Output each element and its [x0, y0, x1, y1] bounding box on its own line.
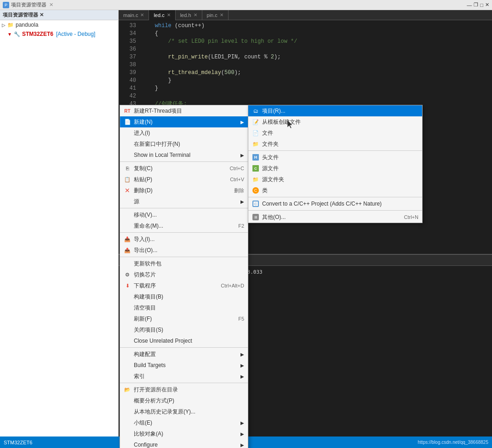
template-icon: 📝 — [252, 118, 259, 126]
tab-bar: main.c ✕ led.c ✕ led.h ✕ pin.c ✕ — [119, 10, 492, 20]
tree-item-panduola[interactable]: ▷ 📁 panduola — [0, 20, 118, 29]
submenu-item-from-template[interactable]: 📝 从模板创建文件 — [248, 116, 422, 127]
menu-item-source[interactable]: 源 ▶ — [120, 196, 248, 207]
build-config-icon — [124, 350, 131, 358]
code-line-36: 36 — [119, 46, 492, 53]
tab-pin-c-close[interactable]: ✕ — [220, 12, 223, 17]
code-line-38: 38 — [119, 61, 492, 69]
convert-icon: C — [252, 200, 259, 207]
copy-icon: ⎘ — [124, 165, 131, 172]
menu-item-clean[interactable]: 清空项目 — [120, 302, 248, 313]
source-file-icon: C — [252, 165, 259, 172]
paste-icon: 📋 — [124, 176, 131, 183]
menu-item-show-local-terminal[interactable]: Show in Local Terminal ▶ — [120, 149, 248, 161]
tab-main-c-close[interactable]: ✕ — [140, 12, 144, 17]
code-line-39: 39 rt_thread_mdelay(500); — [119, 69, 492, 77]
menu-item-configure[interactable]: Configure ▶ — [120, 439, 248, 448]
open-folder-icon: 📂 — [124, 386, 131, 393]
submenu-sep-3 — [248, 210, 422, 211]
menu-item-close-project[interactable]: 关闭项目(S) — [120, 324, 248, 335]
submenu-item-source-file[interactable]: C 源文件 — [248, 163, 422, 174]
title-bar-close[interactable]: ✕ — [49, 2, 53, 8]
submenu-item-project[interactable]: 🗂 项目(R)... — [248, 105, 422, 116]
menu-item-move[interactable]: 移动(V)... — [120, 209, 248, 220]
menu-item-compare[interactable]: 比较对象(A) ▶ — [120, 428, 248, 439]
submenu-item-class[interactable]: C 类 — [248, 185, 422, 196]
tab-main-c[interactable]: main.c ✕ — [119, 10, 149, 20]
submenu-item-file[interactable]: 📄 文件 — [248, 127, 422, 138]
tab-led-c[interactable]: led.c ✕ — [149, 10, 175, 20]
menu-item-team[interactable]: 小组(E) ▶ — [120, 417, 248, 428]
submenu-item-folder[interactable]: 📁 文件夹 — [248, 138, 422, 149]
menu-sep-3 — [120, 232, 248, 233]
tab-led-h-close[interactable]: ✕ — [194, 12, 197, 17]
menu-item-paste[interactable]: 📋 粘贴(P) Ctrl+V — [120, 174, 248, 185]
submenu-item-other[interactable]: ⊞ 其他(O)... Ctrl+N — [248, 212, 422, 223]
menu-item-refresh[interactable]: 刷新(F) F5 — [120, 313, 248, 324]
menu-item-index[interactable]: 索引 ▶ — [120, 371, 248, 382]
menu-item-restore-local[interactable]: 从本地历史记录复原(Y)... — [120, 406, 248, 417]
submenu-sep-1 — [248, 150, 422, 151]
menu-item-close-unrelated[interactable]: Close Unrelated Project — [120, 335, 248, 346]
open-window-icon — [124, 140, 131, 148]
menu-item-update-packages[interactable]: 更新软件包 — [120, 258, 248, 269]
context-menu[interactable]: RT 新建RT-Thread项目 📄 新建(N) ▶ 进入(I) 在新窗口中打开… — [120, 105, 248, 448]
submenu-item-convert[interactable]: C Convert to a C/C++ Project (Adds C/C++… — [248, 198, 422, 209]
menu-item-import[interactable]: 📥 导入(I)... — [120, 234, 248, 245]
sidebar-title: 项目资源管理器 ✕ — [0, 10, 118, 20]
close-project-icon — [124, 326, 131, 333]
menu-item-enter[interactable]: 进入(I) — [120, 127, 248, 138]
menu-item-summary-analysis[interactable]: 概要分析方式(P) — [120, 395, 248, 406]
submenu-new[interactable]: 🗂 项目(R)... 📝 从模板创建文件 📄 文件 📁 文件夹 H 头文件 C — [248, 105, 423, 223]
submenu-item-header-file[interactable]: H 头文件 — [248, 152, 422, 163]
tab-led-h[interactable]: led.h ✕ — [176, 10, 202, 20]
menu-item-rename[interactable]: 重命名(M)... F2 — [120, 220, 248, 231]
close-unrelated-icon — [124, 337, 131, 345]
index-icon — [124, 373, 131, 380]
submenu-sep-2 — [248, 197, 422, 197]
status-bar-url: https://blog.csdn.net/qq_38668825 — [418, 440, 488, 445]
menu-item-open-in-dir[interactable]: 📂 打开资源所在目录 — [120, 384, 248, 395]
maximize-button[interactable]: □ — [480, 2, 483, 8]
new-icon: 📄 — [124, 118, 131, 126]
submenu-item-source-folder[interactable]: 📁 源文件夹 — [248, 174, 422, 185]
menu-item-export[interactable]: 📤 导出(O)... — [120, 245, 248, 256]
menu-item-new[interactable]: 📄 新建(N) ▶ — [120, 116, 248, 127]
enter-icon — [124, 129, 131, 137]
sidebar-title-text: 项目资源管理器 ✕ — [3, 11, 44, 18]
restore-icon — [124, 408, 131, 415]
class-icon: C — [252, 187, 259, 194]
menu-item-build-config[interactable]: 构建配置 ▶ — [120, 349, 248, 360]
file-icon: 📄 — [252, 129, 259, 137]
menu-item-new-rt-thread[interactable]: RT 新建RT-Thread项目 — [120, 105, 248, 116]
team-icon — [124, 419, 131, 426]
delete-icon: ✕ — [124, 187, 131, 194]
menu-item-copy[interactable]: ⎘ 复制(C) Ctrl+C — [120, 163, 248, 174]
project-icon: 📁 — [7, 22, 14, 28]
code-line-37: 37 rt_pin_write(LED1_PIN, count % 2); — [119, 53, 492, 61]
update-icon — [124, 260, 131, 267]
menu-item-download[interactable]: ⬇ 下载程序 Ctrl+Alt+D — [120, 280, 248, 291]
folder-submenu-icon: 📁 — [252, 140, 259, 148]
minimize-button[interactable]: — — [467, 2, 472, 8]
board-label: STM32ZET6 — [22, 31, 53, 37]
chip-icon: ⚙ — [124, 271, 131, 278]
tab-pin-c[interactable]: pin.c ✕ — [202, 10, 229, 20]
tab-led-c-close[interactable]: ✕ — [167, 12, 171, 17]
close-window-button[interactable]: ✕ — [485, 2, 489, 8]
code-line-41: 41 } — [119, 85, 492, 92]
menu-item-delete[interactable]: ✕ 删除(D) 删除 — [120, 185, 248, 196]
restore-button[interactable]: ❐ — [474, 2, 478, 8]
tree-item-board[interactable]: ▼ 🔧 STM32ZET6 [Active - Debug] — [0, 29, 118, 39]
summary-icon — [124, 397, 131, 404]
title-bar-text: 项目资源管理器 — [11, 1, 46, 8]
menu-item-open-new-window[interactable]: 在新窗口中打开(N) — [120, 138, 248, 149]
configure-icon — [124, 441, 131, 448]
menu-item-build-targets[interactable]: Build Targets ▶ — [120, 360, 248, 371]
code-content: 33 while (count++) 34 { 35 /* set LED0 p… — [119, 20, 492, 118]
menu-item-switch-chip[interactable]: ⚙ 切换芯片 — [120, 269, 248, 280]
tab-main-c-label: main.c — [123, 12, 138, 18]
menu-item-build[interactable]: 构建项目(B) — [120, 291, 248, 302]
other-icon: ⊞ — [252, 213, 259, 221]
code-line-40: 40 } — [119, 77, 492, 85]
